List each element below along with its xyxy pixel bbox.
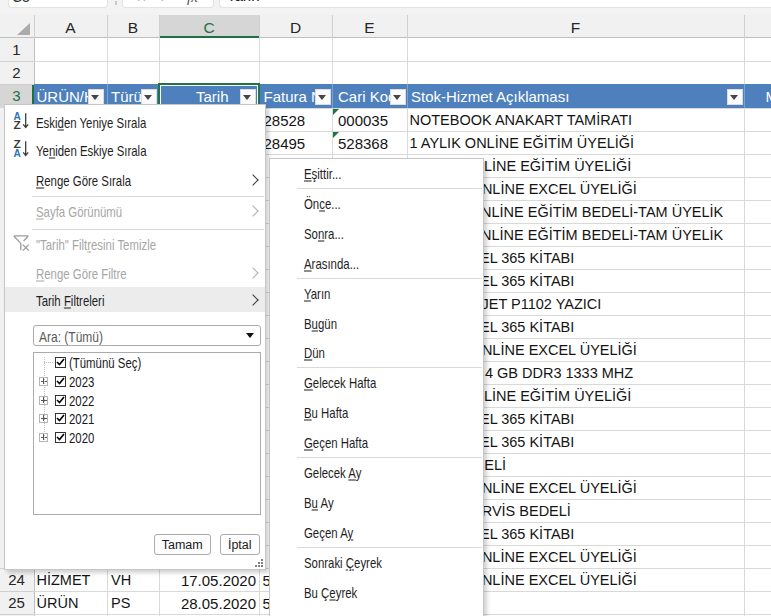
svg-text:A: A (13, 147, 21, 157)
svg-text:Z: Z (13, 119, 21, 129)
